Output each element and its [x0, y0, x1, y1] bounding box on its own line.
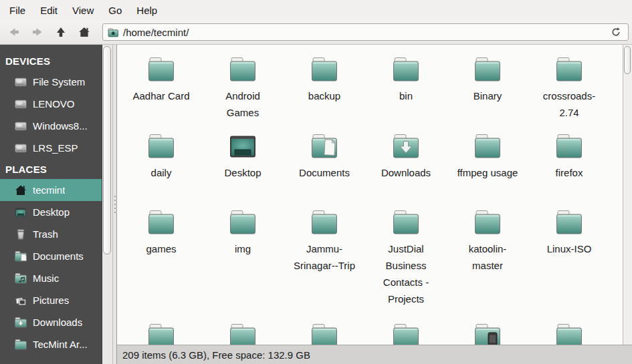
sidebar-item-lenovo[interactable]: LENOVO — [0, 93, 102, 115]
file-item-justdial-business-contacts-projects[interactable]: JustDial Business Contacts - Projects — [365, 206, 447, 320]
sidebar-item-music[interactable]: Music — [0, 267, 102, 289]
forward-icon — [31, 25, 44, 39]
desktop-icon — [227, 130, 259, 162]
sidebar-item-label: Trash — [33, 228, 58, 240]
pictures-icon — [14, 294, 27, 307]
menu-go[interactable]: Go — [101, 1, 129, 19]
file-item-katoolin-master[interactable]: katoolin-master — [447, 206, 528, 320]
trash-icon — [14, 228, 27, 241]
main-scrollbar[interactable] — [623, 45, 632, 345]
folder-icon — [553, 320, 585, 345]
file-item-jammu-srinagar-trip[interactable]: Jammu-Srinagar--Trip — [284, 206, 365, 320]
folder-phone-icon — [471, 320, 504, 345]
folder-grid: Aadhar CardAndroid GamesbackupbinBinaryc… — [117, 45, 623, 345]
file-item-linux-iso[interactable]: Linux-ISO — [528, 206, 610, 320]
sidebar-scrollbar[interactable] — [102, 45, 112, 364]
sidebar-item-label: Desktop — [33, 206, 70, 218]
sidebar-item-tecmint[interactable]: tecmint — [0, 179, 102, 201]
file-item-label: firefox — [556, 164, 583, 181]
sidebar-item-windows8[interactable]: Windows8... — [0, 115, 102, 137]
sidebar-scrollbar-thumb[interactable] — [103, 46, 111, 254]
file-item-partial[interactable] — [365, 320, 447, 345]
back-icon — [7, 25, 21, 39]
file-item-partial[interactable] — [528, 320, 610, 345]
file-item-label: backup — [308, 87, 340, 104]
main-scrollbar-thumb[interactable] — [624, 46, 631, 74]
file-item-partial[interactable] — [202, 320, 284, 345]
sidebar-item-pictures[interactable]: Pictures — [0, 289, 102, 311]
menu-edit[interactable]: Edit — [33, 1, 65, 19]
menu-help[interactable]: Help — [129, 1, 165, 19]
folder-icon — [553, 130, 585, 162]
file-item-partial[interactable] — [447, 320, 528, 345]
file-item-ffmpeg-usage[interactable]: ffmpeg usage — [447, 130, 528, 206]
sidebar-item-label: File System — [33, 76, 85, 87]
file-manager-window: FileEditViewGoHelp /home/tecmint/ — [0, 0, 632, 364]
sidebar-item-desktop[interactable]: Desktop — [0, 201, 102, 223]
sidebar-item-label: Pictures — [33, 295, 69, 306]
sidebar-item-label: Windows8... — [33, 120, 88, 132]
file-item-bin[interactable]: bin — [365, 53, 447, 130]
file-item-img[interactable]: img — [202, 206, 284, 320]
path-bar[interactable]: /home/tecmint/ — [102, 23, 629, 41]
file-item-partial[interactable] — [284, 320, 365, 345]
sidebar-item-trash[interactable]: Trash — [0, 223, 102, 245]
folder-icon — [227, 320, 259, 345]
file-item-label: Documents — [299, 164, 350, 181]
folder-icon — [553, 206, 585, 238]
content-area: DEVICES File SystemLENOVOWindows8...LRS_… — [0, 45, 632, 364]
folder-icon — [308, 320, 340, 345]
folder-icon — [471, 130, 504, 162]
sidebar-item-label: LRS_ESP — [33, 142, 78, 154]
drive-icon — [14, 120, 27, 133]
file-item-android-games[interactable]: Android Games — [202, 53, 284, 130]
menu-view[interactable]: View — [65, 1, 101, 19]
icon-view: Aadhar CardAndroid GamesbackupbinBinaryc… — [117, 45, 632, 345]
forward-button[interactable] — [27, 23, 48, 41]
status-text: 209 items (6.3 GB), Free space: 132.9 GB — [122, 349, 310, 361]
file-item-label: Aadhar Card — [132, 87, 189, 104]
file-item-label: Desktop — [224, 164, 261, 181]
places-header: PLACES — [0, 159, 102, 179]
reload-icon[interactable] — [609, 25, 623, 39]
sidebar-item-downloads[interactable]: Downloads — [0, 311, 102, 333]
drive-icon — [14, 98, 27, 111]
file-item-label: Binary — [473, 87, 502, 104]
toolbar: /home/tecmint/ — [0, 20, 632, 45]
home-button[interactable] — [74, 23, 95, 41]
file-item-backup[interactable]: backup — [284, 53, 365, 130]
folder-icon — [390, 206, 422, 238]
sidebar-item-lrs-esp[interactable]: LRS_ESP — [0, 137, 102, 159]
file-item-label: JustDial Business Contacts - Projects — [374, 240, 438, 307]
menu-file[interactable]: File — [2, 1, 33, 19]
folder-icon — [471, 206, 504, 238]
file-item-daily[interactable]: daily — [120, 130, 202, 206]
file-item-desktop[interactable]: Desktop — [202, 130, 284, 206]
file-item-label: Jammu-Srinagar--Trip — [292, 240, 356, 274]
file-item-label: daily — [151, 164, 172, 181]
drive-icon — [14, 75, 27, 89]
file-item-downloads[interactable]: Downloads — [365, 130, 447, 206]
file-item-documents[interactable]: Documents — [284, 130, 365, 206]
sidebar-item-documents[interactable]: Documents — [0, 245, 102, 267]
file-item-label: games — [146, 240, 176, 257]
file-item-label: crossroads-2.74 — [537, 87, 601, 121]
home-icon — [14, 184, 27, 197]
file-item-aadhar-card[interactable]: Aadhar Card — [120, 53, 202, 130]
sidebar-item-file-system[interactable]: File System — [0, 71, 102, 93]
folder-icon — [553, 53, 585, 85]
file-item-binary[interactable]: Binary — [447, 53, 528, 130]
devices-header: DEVICES — [0, 51, 102, 71]
back-button[interactable] — [3, 23, 25, 41]
file-item-partial[interactable] — [120, 320, 202, 345]
file-item-firefox[interactable]: firefox — [528, 130, 610, 206]
folder-icon — [390, 53, 422, 85]
folder-icon — [145, 130, 177, 162]
file-item-crossroads-2-74[interactable]: crossroads-2.74 — [528, 53, 610, 130]
folder-download-icon — [390, 130, 422, 162]
sidebar-item-tecmint-ar[interactable]: TecMint Ar... — [0, 333, 102, 355]
up-button[interactable] — [50, 23, 72, 41]
file-item-games[interactable]: games — [120, 206, 202, 320]
sidebar-item-label: tecmint — [33, 184, 65, 196]
pane-grip-dots — [114, 204, 116, 205]
